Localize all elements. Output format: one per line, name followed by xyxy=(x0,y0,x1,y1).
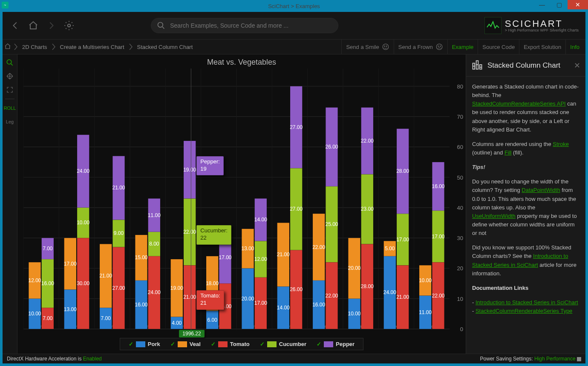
legend-item[interactable]: ✓Pepper xyxy=(312,341,359,347)
legend-item[interactable]: ✓Veal xyxy=(166,341,205,347)
y-tick-label: 50 xyxy=(457,174,463,180)
y-tick-label: 20 xyxy=(457,265,463,272)
rollover-toggle[interactable]: ROLL xyxy=(4,103,16,114)
breadcrumb-item[interactable]: Stacked Column Chart xyxy=(134,44,196,50)
breadcrumb-item[interactable]: Create a Multiseries Chart xyxy=(57,44,128,50)
settings-icon[interactable] xyxy=(63,20,75,31)
panel-close-icon[interactable]: ✕ xyxy=(574,61,580,70)
send-frown-button[interactable]: Send a Frown xyxy=(394,40,447,54)
y-tick-label: 0 xyxy=(460,326,463,332)
legend-swatch xyxy=(218,341,228,347)
svg-text:24.00: 24.00 xyxy=(148,289,161,295)
svg-text:26.00: 26.00 xyxy=(290,286,303,292)
svg-text:16.00: 16.00 xyxy=(41,280,54,286)
svg-text:13.00: 13.00 xyxy=(241,246,254,252)
y-tick-label: 10 xyxy=(457,295,463,302)
link-fill[interactable]: Fill xyxy=(504,149,512,156)
svg-point-8 xyxy=(7,60,12,64)
logo-subtext: > High Performance WPF Silverlight Chart… xyxy=(505,29,579,32)
minimize-button[interactable]: — xyxy=(533,0,551,9)
legend-check-icon: ✓ xyxy=(211,341,216,347)
info-panel: Stacked Column Chart ✕ Generates a Stack… xyxy=(466,54,585,354)
legend-item[interactable]: ✓Tomato xyxy=(207,341,254,347)
zoom-tool[interactable] xyxy=(4,57,16,68)
svg-text:10.00: 10.00 xyxy=(77,220,89,226)
titlebar[interactable]: ~ SciChart > Examples — ▢ ✕ xyxy=(0,0,588,12)
legend-item[interactable]: ✓Pork xyxy=(124,341,164,347)
svg-text:7.00: 7.00 xyxy=(43,246,53,252)
svg-text:7.00: 7.00 xyxy=(101,315,111,321)
svg-point-0 xyxy=(68,24,71,27)
svg-text:11.00: 11.00 xyxy=(419,309,432,315)
nav-back-icon[interactable] xyxy=(9,20,21,31)
y-tick-label: 70 xyxy=(457,113,463,120)
breadcrumb: 2D Charts Create a Multiseries Chart Sta… xyxy=(4,43,196,51)
svg-text:22.00: 22.00 xyxy=(325,293,338,299)
svg-text:27.00: 27.00 xyxy=(112,285,125,291)
pan-tool[interactable] xyxy=(4,71,16,82)
link-api[interactable]: StackedColumnRenderableSeries API xyxy=(472,100,566,107)
search-input[interactable] xyxy=(151,18,338,33)
breadcrumb-item[interactable]: 2D Charts xyxy=(19,44,51,50)
svg-text:21.00: 21.00 xyxy=(112,185,125,191)
svg-text:23.00: 23.00 xyxy=(361,206,374,212)
status-bar: DirectX Hardware Acceleration is Enabled… xyxy=(3,354,585,363)
svg-text:13.00: 13.00 xyxy=(64,306,77,312)
svg-text:14.00: 14.00 xyxy=(254,217,267,223)
svg-text:16.00: 16.00 xyxy=(135,302,147,308)
chart-plot[interactable]: 10.0012.007.0016.007.0013.0017.0030.0010… xyxy=(23,69,450,330)
brand-logo[interactable]: SCICHART > High Performance WPF Silverli… xyxy=(484,17,579,34)
tab-export-solution[interactable]: Export Solution xyxy=(519,40,565,54)
svg-text:27.00: 27.00 xyxy=(290,124,303,130)
legend-toggle[interactable]: Leg xyxy=(4,116,16,127)
link-stroke[interactable]: Stroke xyxy=(553,141,569,147)
nav-forward-icon xyxy=(45,20,57,31)
window-title: SciChart > Examples xyxy=(268,3,320,9)
legend-label: Tomato xyxy=(230,341,250,347)
svg-text:22.00: 22.00 xyxy=(361,138,374,144)
tooltip-pepper: Pepper: 19 xyxy=(196,156,224,176)
legend-item[interactable]: ✓Cucumber xyxy=(256,341,311,347)
svg-text:10.00: 10.00 xyxy=(28,311,41,317)
tab-example[interactable]: Example xyxy=(447,40,478,54)
svg-text:24.00: 24.00 xyxy=(383,289,396,295)
smile-icon xyxy=(382,43,389,51)
svg-text:19.00: 19.00 xyxy=(170,285,183,291)
svg-text:9.00: 9.00 xyxy=(114,230,124,236)
nav-home-icon[interactable] xyxy=(27,20,39,31)
close-button[interactable]: ✕ xyxy=(568,0,588,9)
svg-text:15.00: 15.00 xyxy=(135,254,147,260)
frown-icon xyxy=(435,43,443,51)
app-window: ~ SciChart > Examples — ▢ ✕ xyxy=(0,0,588,366)
svg-text:16.00: 16.00 xyxy=(432,183,444,189)
svg-point-3 xyxy=(384,46,385,47)
maximize-button[interactable]: ▢ xyxy=(551,0,568,9)
tab-info[interactable]: Info xyxy=(565,40,584,54)
legend-label: Pork xyxy=(148,341,160,347)
zoom-extents-tool[interactable] xyxy=(4,84,16,95)
svg-point-2 xyxy=(383,44,389,50)
logo-text: SCICHART xyxy=(505,19,579,29)
svg-text:14.00: 14.00 xyxy=(277,305,290,311)
svg-text:20.00: 20.00 xyxy=(241,296,254,302)
doc-link-2[interactable]: StackedColumnRenderableSeries Type xyxy=(476,308,572,314)
send-smile-button[interactable]: Send a Smile xyxy=(341,40,393,54)
y-tick-label: 80 xyxy=(457,83,463,89)
breadcrumb-home-icon[interactable] xyxy=(4,43,11,51)
legend-swatch xyxy=(267,341,277,347)
link-useuniformwidth[interactable]: UseUniformWidth xyxy=(472,213,516,219)
tab-source-code[interactable]: Source Code xyxy=(478,40,519,54)
link-datapointwidth[interactable]: DataPointWidth xyxy=(522,187,560,193)
y-tick-label: 30 xyxy=(457,235,463,241)
chart-area[interactable]: Meat vs. Vegetables 10.0012.007.0016.007… xyxy=(17,54,466,354)
stacked-chart-icon xyxy=(471,59,483,72)
svg-text:10.00: 10.00 xyxy=(348,311,360,317)
tooltip-tomato: Tomato: 21 xyxy=(196,290,224,310)
tooltip-cucumber: Cucumber: 22 xyxy=(196,225,231,245)
search-icon xyxy=(157,21,165,31)
power-indicator-icon xyxy=(577,357,581,361)
cursor-x-badge: 1996.22 xyxy=(179,330,204,337)
svg-point-4 xyxy=(386,46,387,47)
doc-link-1[interactable]: Introduction to Stacked Series in SciCha… xyxy=(476,299,578,306)
legend-check-icon: ✓ xyxy=(170,341,175,347)
